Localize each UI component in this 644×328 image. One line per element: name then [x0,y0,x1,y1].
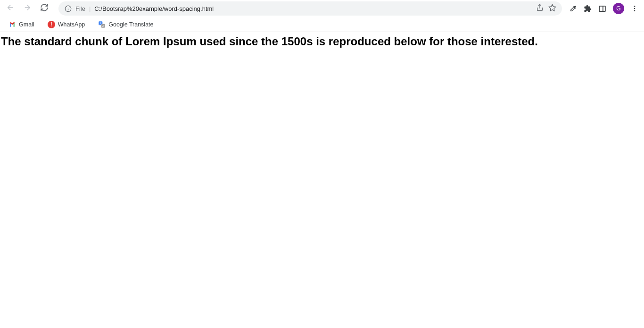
extensions-icon[interactable] [584,5,592,13]
profile-avatar[interactable]: G [613,3,624,14]
bookmark-label: WhatsApp [58,21,85,28]
panel-icon[interactable] [598,5,606,13]
svg-text:A: A [102,24,104,27]
forward-button[interactable] [21,2,34,15]
bookmarks-bar: Gmail ! WhatsApp 文A Google Translate [0,17,644,32]
toolbar-right: G [570,3,640,14]
page-text: The standard chunk of Lorem Ipsum used s… [0,32,644,49]
page-content: The standard chunk of Lorem Ipsum used s… [0,32,644,49]
whatsapp-icon: ! [48,21,55,28]
omnibox[interactable]: File | C:/Bootsrap%20example/word-spacin… [58,1,562,16]
info-icon [64,5,72,12]
eyedropper-icon[interactable] [570,5,577,12]
svg-point-9 [634,10,636,11]
url-prefix: File [75,5,85,12]
svg-rect-5 [599,6,605,11]
bookmark-gmail[interactable]: Gmail [6,19,37,30]
svg-point-8 [634,8,636,9]
browser-chrome: File | C:/Bootsrap%20example/word-spacin… [0,0,644,32]
svg-marker-4 [549,4,555,10]
bookmark-label: Gmail [19,21,34,28]
omnibox-actions [536,4,556,14]
translate-icon: 文A [98,21,106,28]
reload-button[interactable] [38,2,51,15]
reload-icon [40,3,49,14]
arrow-left-icon [6,3,15,14]
browser-toolbar: File | C:/Bootsrap%20example/word-spacin… [0,0,644,17]
bookmark-translate[interactable]: 文A Google Translate [95,19,156,30]
menu-icon[interactable] [631,5,638,12]
svg-point-7 [634,6,636,7]
gmail-icon [8,21,16,28]
url-input[interactable]: C:/Bootsrap%20example/word-spacing.html [94,5,532,12]
svg-text:文: 文 [99,22,102,25]
share-icon[interactable] [536,4,544,13]
avatar-letter: G [616,5,620,12]
star-icon[interactable] [548,4,556,14]
back-button[interactable] [4,2,17,15]
arrow-right-icon [23,3,32,14]
url-separator: | [89,5,91,12]
bookmark-label: Google Translate [108,21,153,28]
bookmark-whatsapp[interactable]: ! WhatsApp [45,19,88,30]
